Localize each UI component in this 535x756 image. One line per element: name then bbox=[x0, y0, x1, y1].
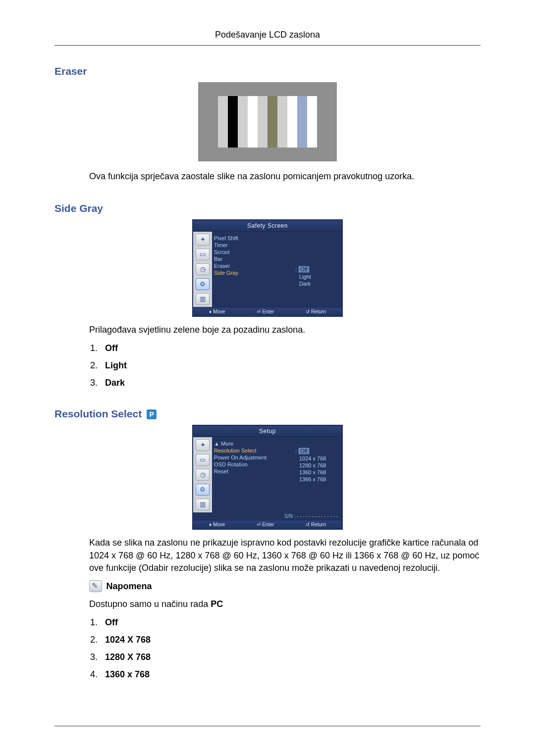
osd-labels: Pixel Shift Timer Scrool Bar Eraser Side… bbox=[212, 232, 293, 307]
osd-footer: ♦ Move ⏎ Enter ↺ Return bbox=[193, 520, 342, 529]
option-label: 1280 X 768 bbox=[105, 652, 151, 662]
gear-icon: ⚙ bbox=[196, 484, 210, 496]
page: Podešavanje LCD zaslona Eraser Ova funkc… bbox=[0, 0, 535, 756]
option-label: Off bbox=[105, 343, 118, 353]
osd-footer-enter: ⏎ Enter bbox=[257, 522, 274, 527]
page-header-title: Podešavanje LCD zaslona bbox=[54, 30, 481, 40]
osd-label: OSD Rotation bbox=[214, 461, 291, 468]
osd-label: Power On Adjustment bbox=[214, 454, 291, 461]
side-gray-options: Off Light Dark bbox=[89, 343, 481, 388]
paint-icon: ✦ bbox=[196, 439, 210, 451]
osd-icon-column: ✦ ▭ ◷ ⚙ ▥ bbox=[193, 232, 212, 307]
eraser-illustration bbox=[54, 82, 481, 163]
osd-footer-move: ♦ Move bbox=[209, 309, 225, 314]
osd-value: 1366 x 768 bbox=[295, 476, 340, 483]
note-row: Napomena bbox=[89, 580, 481, 592]
heading-eraser: Eraser bbox=[54, 65, 481, 77]
option-label: 1360 x 768 bbox=[105, 669, 150, 679]
header-rule bbox=[54, 45, 481, 46]
eraser-bars bbox=[218, 96, 317, 148]
osd-footer-enter: ⏎ Enter bbox=[257, 309, 274, 314]
osd-footer-move: ♦ Move bbox=[209, 522, 225, 527]
osd-serial-number: S/N : - - - - - - - - - - - - - - bbox=[193, 512, 342, 520]
osd-value: Light bbox=[295, 273, 340, 280]
screen-icon: ▭ bbox=[196, 249, 210, 260]
osd-selected-value: Off bbox=[298, 266, 309, 273]
note-label: Napomena bbox=[106, 581, 152, 591]
list-item: Light bbox=[100, 360, 481, 371]
side-gray-osd-image: Safety Screen ✦ ▭ ◷ ⚙ ▥ Pixel Shift Time… bbox=[54, 219, 481, 317]
list-item: Off bbox=[100, 617, 481, 628]
resolution-osd-image: Setup ✦ ▭ ◷ ⚙ ▥ ▲ More Resolution Select… bbox=[54, 425, 481, 530]
option-label: Off bbox=[105, 617, 118, 627]
list-item: 1024 X 768 bbox=[100, 635, 481, 645]
option-label: Dark bbox=[105, 378, 125, 388]
osd-label: Scrool bbox=[214, 249, 291, 255]
list-item: 1360 x 768 bbox=[100, 669, 481, 680]
osd-values: : Off Light Dark bbox=[293, 232, 342, 307]
osd-label-selected: Resolution Select bbox=[214, 447, 291, 454]
resolution-description: Kada se slika na zaslonu ne prikazuje is… bbox=[89, 537, 481, 574]
option-label: Light bbox=[105, 360, 127, 370]
osd-title: Safety Screen bbox=[193, 220, 342, 232]
osd-label: Pixel Shift bbox=[214, 235, 291, 242]
osd-label: Timer bbox=[214, 242, 291, 249]
clock-icon: ◷ bbox=[196, 469, 210, 481]
note-icon bbox=[89, 580, 102, 592]
osd-footer-return: ↺ Return bbox=[306, 309, 326, 314]
heading-side-gray: Side Gray bbox=[54, 202, 481, 214]
osd-label: Reset bbox=[214, 468, 291, 475]
osd-selected-value: Off bbox=[298, 448, 309, 454]
osd-footer: ♦ Move ⏎ Enter ↺ Return bbox=[193, 307, 342, 316]
osd-value: 1280 x 768 bbox=[295, 462, 340, 469]
note-text-prefix: Dostupno samo u načinu rada bbox=[89, 599, 211, 609]
osd-value: 1024 x 768 bbox=[295, 455, 340, 462]
osd-value: Dark bbox=[295, 280, 340, 287]
osd-title: Setup bbox=[193, 426, 342, 437]
paint-icon: ✦ bbox=[196, 234, 210, 246]
eraser-thumb bbox=[198, 82, 337, 161]
pc-mode-icon: P bbox=[147, 409, 157, 419]
osd-label: Eraser bbox=[214, 262, 291, 269]
osd-resolution: Setup ✦ ▭ ◷ ⚙ ▥ ▲ More Resolution Select… bbox=[192, 425, 343, 530]
osd-value: 1360 x 768 bbox=[295, 469, 340, 476]
list-item: Dark bbox=[100, 378, 481, 388]
screen-icon: ▭ bbox=[196, 454, 210, 466]
list-item: 1280 X 768 bbox=[100, 652, 481, 662]
side-gray-description: Prilagođava svjetlinu zelene boje za poz… bbox=[89, 324, 481, 336]
clock-icon: ◷ bbox=[196, 263, 210, 275]
gear-icon: ⚙ bbox=[196, 278, 210, 290]
osd-label-selected: Side Gray bbox=[214, 269, 291, 276]
osd-labels: ▲ More Resolution Select Power On Adjust… bbox=[212, 437, 293, 512]
heading-resolution-select: Resolution Select P bbox=[54, 408, 481, 420]
list-item: Off bbox=[100, 343, 481, 353]
osd-label: Bar bbox=[214, 255, 291, 262]
option-label: 1024 X 768 bbox=[105, 635, 151, 645]
note-text-bold: PC bbox=[211, 599, 223, 609]
osd-footer-return: ↺ Return bbox=[306, 522, 326, 527]
resolution-options: Off 1024 X 768 1280 X 768 1360 x 768 bbox=[89, 617, 481, 680]
osd-side-gray: Safety Screen ✦ ▭ ◷ ⚙ ▥ Pixel Shift Time… bbox=[192, 219, 343, 317]
chart-icon: ▥ bbox=[196, 499, 210, 510]
osd-icon-column: ✦ ▭ ◷ ⚙ ▥ bbox=[193, 437, 212, 512]
osd-values: : Off 1024 x 768 1280 x 768 1360 x 768 1… bbox=[293, 437, 342, 512]
eraser-description: Ova funkcija sprječava zaostale slike na… bbox=[89, 170, 481, 183]
note-text: Dostupno samo u načinu rada PC bbox=[89, 598, 481, 610]
footer-rule bbox=[54, 726, 481, 726]
osd-more: ▲ More bbox=[214, 440, 291, 447]
chart-icon: ▥ bbox=[196, 293, 210, 305]
heading-text: Resolution Select bbox=[54, 408, 142, 419]
